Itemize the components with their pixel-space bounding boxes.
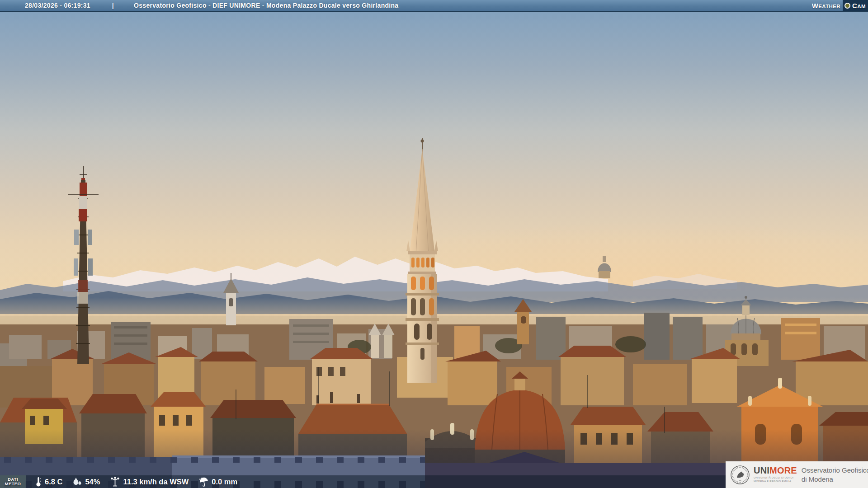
camera-title: Osservatorio Geofisico - DIEF UNIMORE - … — [134, 2, 398, 9]
webcam-photo — [0, 0, 868, 488]
tree — [615, 336, 646, 352]
weathercam-logo: WEATHER CAM — [812, 0, 868, 11]
temperature-reading: 6.8 C — [35, 476, 62, 487]
unimore-wordmark: UNIMORE UNIVERSITÀ DEGLI STUDI DI MODENA… — [754, 466, 797, 483]
weathercam-lens-icon — [844, 3, 850, 9]
separator: | — [112, 2, 114, 9]
weathercam-weather-text: WEATHER — [812, 2, 840, 9]
thermometer-icon — [35, 476, 42, 487]
weathercam-cam-text: CAM — [852, 2, 866, 9]
rain-reading: 0.0 mm — [198, 477, 237, 487]
modena-skyline-scene — [0, 0, 868, 488]
wind-reading: 11.3 km/h da WSW — [110, 477, 189, 487]
anemometer-icon — [110, 477, 120, 487]
datetime: 28/03/2026 - 06:19:31 — [25, 2, 90, 9]
dati-meteo-label: DATI METEO — [0, 475, 26, 488]
unimore-seal-icon — [730, 465, 750, 485]
droplets-icon — [72, 477, 82, 487]
humidity-reading: 54% — [72, 477, 100, 487]
webcam-page: 28/03/2026 - 06:19:31 | Osservatorio Geo… — [0, 0, 868, 488]
umbrella-icon — [198, 477, 209, 487]
observatory-name: Osservatorio Geofisico di Modena — [802, 466, 868, 483]
top-info-bar: 28/03/2026 - 06:19:31 | Osservatorio Geo… — [0, 0, 868, 12]
unimore-branding: UNIMORE UNIVERSITÀ DEGLI STUDI DI MODENA… — [726, 461, 868, 488]
weathercam-cam-box: CAM — [843, 0, 868, 11]
unimore-subtitle: UNIVERSITÀ DEGLI STUDI DI MODENA E REGGI… — [754, 476, 797, 483]
